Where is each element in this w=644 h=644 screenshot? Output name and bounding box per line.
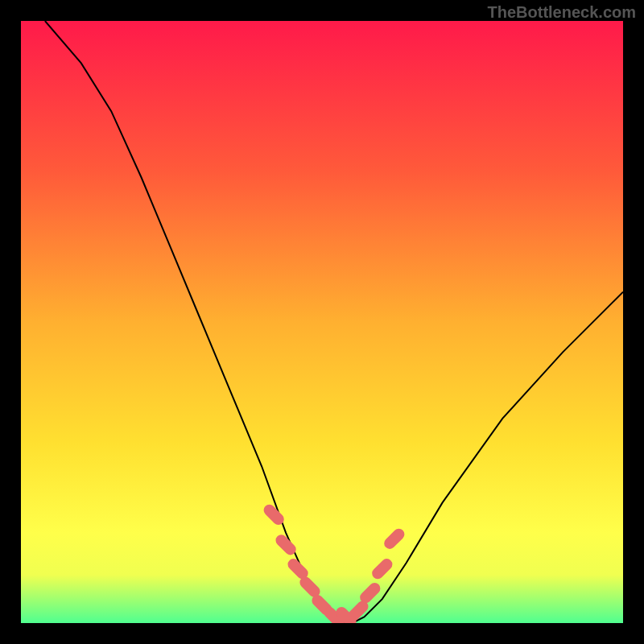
marker-point [270, 510, 279, 519]
watermark-text: TheBottleneck.com [488, 3, 636, 22]
chart-svg [21, 21, 623, 623]
marker-point [317, 601, 326, 609]
marker-point [305, 583, 314, 592]
marker-point [365, 588, 374, 597]
marker-point [294, 564, 303, 573]
bottleneck-highlight-markers [270, 510, 399, 621]
marker-point [353, 606, 362, 615]
bottleneck-curve-line [45, 21, 623, 623]
marker-point [378, 564, 386, 573]
chart-plot-area [21, 21, 623, 623]
marker-point [282, 540, 291, 549]
marker-point [390, 535, 398, 543]
